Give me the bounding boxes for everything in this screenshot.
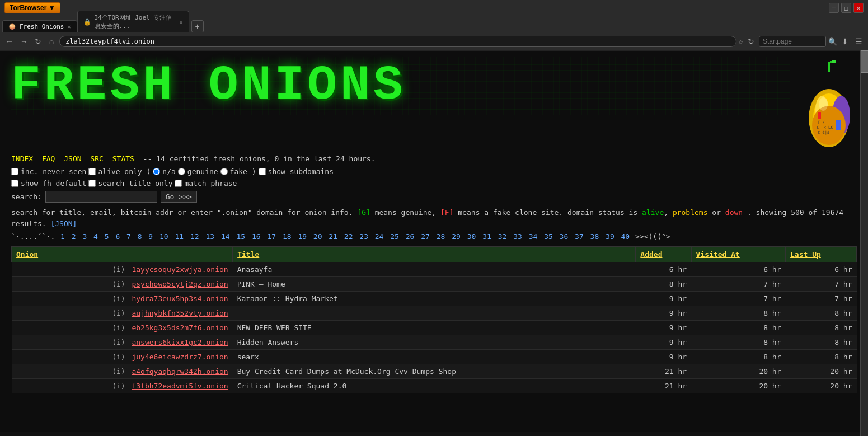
info-link[interactable]: (i)	[112, 338, 125, 346]
onion-address-link[interactable]: f3fbh72eadvmi5fv.onion	[132, 382, 228, 390]
onion-address-link[interactable]: a4ofqyaqhqrw342h.onion	[132, 367, 228, 376]
col-title[interactable]: Title	[233, 247, 636, 262]
browser-search-input[interactable]	[759, 36, 826, 47]
show-fh-checkbox[interactable]	[11, 180, 18, 187]
scrollbar-thumb[interactable]	[861, 50, 868, 73]
alive-only-checkbox[interactable]	[88, 168, 96, 175]
home-button[interactable]: ⌂	[46, 36, 57, 47]
onion-address-link[interactable]: juy4e6eicawzdrz7.onion	[132, 353, 228, 361]
page-15[interactable]: 15	[236, 232, 245, 241]
page-26[interactable]: 26	[406, 232, 415, 241]
col-onion[interactable]: Onion	[12, 247, 233, 262]
page-39[interactable]: 39	[606, 232, 614, 241]
json-link[interactable]: [JSON]	[50, 219, 77, 228]
page-6[interactable]: 6	[115, 232, 120, 241]
page-23[interactable]: 23	[359, 232, 368, 241]
page-11[interactable]: 11	[175, 232, 184, 241]
info-link[interactable]: (i)	[112, 382, 125, 390]
back-button[interactable]: ←	[3, 36, 16, 47]
tab-close-icon[interactable]: ✕	[67, 24, 71, 30]
forward-button[interactable]: →	[18, 36, 30, 47]
search-title-checkbox[interactable]	[88, 180, 96, 187]
tab-fresh-onions[interactable]: 🧅 Fresh Onions ✕	[2, 20, 77, 32]
page-27[interactable]: 27	[421, 232, 430, 241]
page-30[interactable]: 30	[467, 232, 476, 241]
nav-json[interactable]: JSON	[64, 154, 81, 163]
col-added[interactable]: Added	[636, 247, 691, 262]
match-phrase-checkbox[interactable]	[175, 180, 182, 187]
page-14[interactable]: 14	[221, 232, 230, 241]
fake-radio[interactable]	[220, 168, 228, 175]
nav-index[interactable]: INDEX	[11, 154, 33, 163]
page-13[interactable]: 13	[205, 232, 214, 241]
page-36[interactable]: 36	[560, 232, 569, 241]
reload-btn2[interactable]: ↻	[745, 36, 757, 47]
new-tab-button[interactable]: +	[191, 20, 204, 32]
search-input[interactable]	[45, 191, 157, 203]
go-button[interactable]: Go >>>	[161, 191, 197, 203]
tor-browser-button[interactable]: TorBrowser ▼	[4, 2, 60, 13]
onion-address-link[interactable]: psychowo5cytj2qz.onion	[132, 280, 228, 288]
settings-button[interactable]: ☰	[853, 36, 865, 47]
show-subdomains-checkbox[interactable]	[259, 168, 266, 175]
page-7[interactable]: 7	[126, 232, 131, 241]
onion-address-link[interactable]: hydra73eux5hp3s4.onion	[132, 294, 228, 303]
onion-address-link[interactable]: answers6kixx1gc2.onion	[132, 338, 228, 346]
maximize-button[interactable]: □	[841, 3, 851, 13]
page-12[interactable]: 12	[190, 232, 199, 241]
info-link[interactable]: (i)	[112, 265, 125, 274]
nav-faq[interactable]: FAQ	[42, 154, 55, 163]
page-21[interactable]: 21	[329, 232, 337, 241]
page-24[interactable]: 24	[375, 232, 384, 241]
page-22[interactable]: 22	[344, 232, 353, 241]
nav-stats[interactable]: STATS	[112, 154, 134, 163]
tab-joel[interactable]: 🔒 34个TOR网址-Joel-专注信息安全的... ✕	[77, 11, 189, 32]
page-40[interactable]: 40	[621, 232, 630, 241]
info-link[interactable]: (i)	[112, 294, 125, 303]
address-input[interactable]	[59, 36, 736, 47]
page-33[interactable]: 33	[513, 232, 522, 241]
page-9[interactable]: 9	[148, 232, 153, 241]
page-1[interactable]: 1	[60, 232, 65, 241]
page-31[interactable]: 31	[482, 232, 491, 241]
col-visited[interactable]: Visited At	[691, 247, 785, 262]
page-10[interactable]: 10	[159, 232, 168, 241]
page-19[interactable]: 19	[298, 232, 307, 241]
page-3[interactable]: 3	[82, 232, 87, 241]
minimize-button[interactable]: ─	[829, 3, 839, 13]
inc-never-seen-checkbox[interactable]	[11, 168, 18, 175]
page-2[interactable]: 2	[72, 232, 76, 241]
bookmark-icon[interactable]: ☆	[739, 37, 743, 46]
info-link[interactable]: (i)	[112, 353, 125, 361]
na-radio[interactable]	[153, 168, 160, 175]
page-35[interactable]: 35	[544, 232, 553, 241]
onion-address-link[interactable]: 1ayycsoquy2xwjya.onion	[132, 265, 228, 274]
download-button[interactable]: ⬇	[839, 36, 851, 47]
onion-address-link[interactable]: aujhnybkfn352vty.onion	[132, 309, 228, 317]
page-34[interactable]: 34	[529, 232, 538, 241]
page-29[interactable]: 29	[452, 232, 461, 241]
page-5[interactable]: 5	[105, 232, 109, 241]
info-link[interactable]: (i)	[112, 367, 125, 376]
page-18[interactable]: 18	[283, 232, 292, 241]
page-17[interactable]: 17	[267, 232, 276, 241]
page-16[interactable]: 16	[252, 232, 261, 241]
page-25[interactable]: 25	[390, 232, 399, 241]
info-link[interactable]: (i)	[112, 280, 125, 288]
page-37[interactable]: 37	[575, 232, 584, 241]
page-20[interactable]: 20	[313, 232, 322, 241]
close-button[interactable]: ✕	[853, 3, 864, 13]
tab2-close-icon[interactable]: ✕	[179, 19, 182, 25]
reload-button[interactable]: ↻	[32, 36, 44, 47]
page-28[interactable]: 28	[437, 232, 445, 241]
page-8[interactable]: 8	[138, 232, 142, 241]
genuine-radio[interactable]	[178, 168, 185, 175]
page-32[interactable]: 32	[498, 232, 507, 241]
nav-src[interactable]: SRC	[90, 154, 103, 163]
page-4[interactable]: 4	[93, 232, 98, 241]
info-link[interactable]: (i)	[112, 324, 125, 332]
info-link[interactable]: (i)	[112, 309, 125, 317]
page-38[interactable]: 38	[590, 232, 599, 241]
col-last-up[interactable]: Last Up	[786, 247, 857, 262]
onion-address-link[interactable]: eb25kg3x5ds2m7f6.onion	[132, 324, 228, 332]
